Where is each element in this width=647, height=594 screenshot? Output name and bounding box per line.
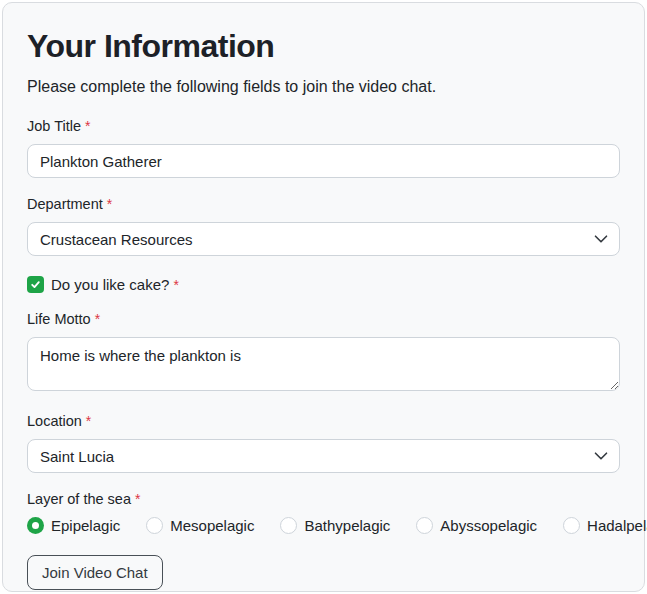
cake-checkbox-row[interactable]: Do you like cake?* xyxy=(27,276,620,293)
page-subtitle: Please complete the following fields to … xyxy=(27,77,620,96)
job-title-input[interactable] xyxy=(27,144,620,178)
sea-layer-label: Layer of the sea* xyxy=(27,491,620,507)
location-label: Location* xyxy=(27,413,620,429)
form-card: Your Information Please complete the fol… xyxy=(2,2,645,592)
location-select[interactable]: Saint Lucia xyxy=(27,439,620,473)
cake-label: Do you like cake?* xyxy=(51,276,179,293)
cake-label-text: Do you like cake? xyxy=(51,276,169,293)
radio-label: Abyssopelagic xyxy=(440,517,537,534)
department-label-text: Department xyxy=(27,196,103,212)
field-sea-layer: Layer of the sea* Epipelagic Mesopelagic… xyxy=(27,491,620,534)
job-title-label: Job Title* xyxy=(27,118,620,134)
life-motto-textarea[interactable]: Home is where the plankton is xyxy=(27,337,620,391)
radio-unselected-icon xyxy=(146,517,163,534)
field-job-title: Job Title* xyxy=(27,118,620,178)
required-asterisk: * xyxy=(135,491,140,507)
radio-hadalpelagic[interactable]: Hadalpelagic xyxy=(563,517,647,534)
field-life-motto: Life Motto* Home is where the plankton i… xyxy=(27,311,620,395)
radio-abyssopelagic[interactable]: Abyssopelagic xyxy=(416,517,537,534)
field-department: Department* Crustacean Resources xyxy=(27,196,620,256)
radio-unselected-icon xyxy=(416,517,433,534)
cake-checkbox[interactable] xyxy=(27,276,44,293)
required-asterisk: * xyxy=(173,277,178,293)
page-title: Your Information xyxy=(27,29,620,64)
radio-mesopelagic[interactable]: Mesopelagic xyxy=(146,517,254,534)
department-select-wrap: Crustacean Resources xyxy=(27,222,620,256)
sea-layer-label-text: Layer of the sea xyxy=(27,491,131,507)
radio-label: Mesopelagic xyxy=(170,517,254,534)
radio-unselected-icon xyxy=(563,517,580,534)
join-video-chat-button[interactable]: Join Video Chat xyxy=(27,555,163,590)
required-asterisk: * xyxy=(95,311,100,327)
location-label-text: Location xyxy=(27,413,82,429)
required-asterisk: * xyxy=(107,196,112,212)
required-asterisk: * xyxy=(85,118,90,134)
life-motto-label-text: Life Motto xyxy=(27,311,91,327)
radio-selected-icon xyxy=(27,517,44,534)
department-select[interactable]: Crustacean Resources xyxy=(27,222,620,256)
sea-layer-radio-group: Epipelagic Mesopelagic Bathypelagic Abys… xyxy=(27,517,620,534)
radio-label: Hadalpelagic xyxy=(587,517,647,534)
radio-unselected-icon xyxy=(280,517,297,534)
life-motto-label: Life Motto* xyxy=(27,311,620,327)
location-select-wrap: Saint Lucia xyxy=(27,439,620,473)
job-title-label-text: Job Title xyxy=(27,118,81,134)
required-asterisk: * xyxy=(86,413,91,429)
radio-label: Bathypelagic xyxy=(304,517,390,534)
radio-epipelagic[interactable]: Epipelagic xyxy=(27,517,120,534)
department-label: Department* xyxy=(27,196,620,212)
check-icon xyxy=(30,279,41,290)
field-location: Location* Saint Lucia xyxy=(27,413,620,473)
radio-label: Epipelagic xyxy=(51,517,120,534)
radio-bathypelagic[interactable]: Bathypelagic xyxy=(280,517,390,534)
